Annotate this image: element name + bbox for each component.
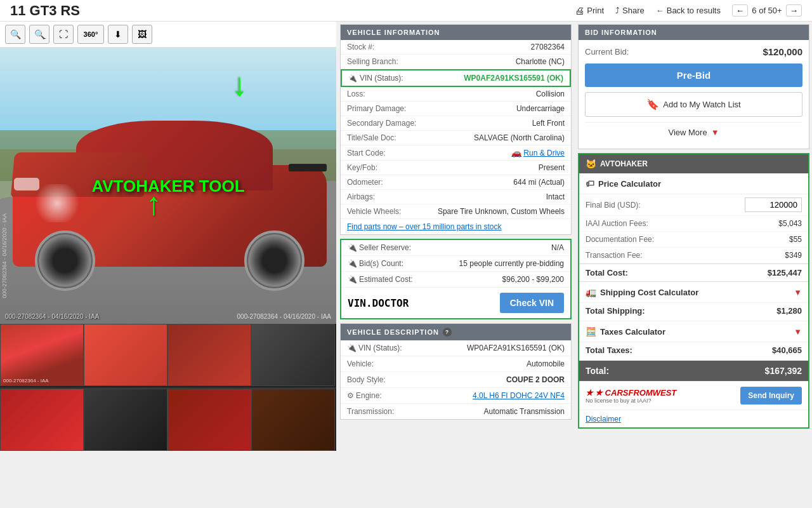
loss-value: Collision (536, 90, 565, 98)
vin-label: 🔌 VIN (Status): (348, 74, 403, 83)
desc-transmission-row: Transmission: Automatic Transmission (341, 404, 571, 419)
fullscreen-button[interactable]: ⛶ (53, 25, 74, 44)
share-button[interactable]: ⤴ Share (615, 6, 645, 15)
total-cost-row: Total Cost: $125,447 (579, 264, 808, 282)
thumb-1[interactable]: 000-27082364 - IAA (0, 324, 84, 386)
view-more-button[interactable]: View More ▼ (585, 122, 802, 142)
shipping-icon: 🚛 (586, 287, 596, 297)
start-code-row: Start Code: 🚗 Run & Drive (341, 145, 571, 161)
transaction-fee-label: Transaction Fee: (586, 251, 643, 260)
est-cost-value: $96,200 - $99,200 (502, 275, 564, 284)
secondary-damage-row: Secondary Damage: Left Front (341, 116, 571, 131)
vehicle-info-section: VEHICLE INFORMATION Stock #: 27082364 Se… (340, 24, 572, 235)
parts-link[interactable]: Find parts now – over 15 million parts i… (341, 219, 571, 234)
airbags-value: Intact (546, 192, 565, 201)
primary-damage-label: Primary Damage: (347, 104, 406, 113)
disclaimer-link[interactable]: Disclaimer (586, 415, 621, 424)
desc-vehicle-label: Vehicle: (347, 359, 374, 368)
bid-info-section: BID INFORMATION Current Bid: $120,000 Pr… (578, 24, 809, 149)
run-drive-link[interactable]: 🚗 Run & Drive (511, 148, 565, 157)
main-image[interactable]: AVTOHAKER TOOL ↑ ↑ 000-27082364 - 04/16/… (0, 48, 336, 324)
taxes-label: 🧮 Taxes Calculator (586, 326, 665, 337)
desc-vin-value: WP0AF2A91KS165591 (OK) (467, 344, 565, 352)
next-page-button[interactable]: → (786, 4, 802, 17)
iaai-fee-value: $5,043 (778, 219, 802, 228)
left-panel: 🔍 −🔍 ⛶ 360° ⬇ 🖼 (0, 22, 336, 508)
gallery-button[interactable]: 🖼 (132, 25, 152, 44)
right-panel: BID INFORMATION Current Bid: $120,000 Pr… (574, 22, 812, 508)
total-taxes-label: Total Taxes: (586, 345, 632, 355)
check-vin-button[interactable]: Check VIN (500, 293, 564, 313)
thumbnail-strip-2 (0, 387, 336, 451)
grand-total-label: Total: (586, 366, 609, 376)
prev-page-button[interactable]: ← (732, 4, 748, 17)
doc-fee-row: Documentation Fee: $55 (579, 232, 808, 248)
page-title: 11 GT3 RS (10, 3, 80, 19)
print-button[interactable]: 🖨 Print (575, 5, 604, 16)
share-icon: ⤴ (615, 6, 620, 15)
zoom-in-button[interactable]: 🔍 (5, 25, 25, 44)
back-arrow-icon: ← (656, 6, 664, 15)
loss-label: Loss: (347, 90, 365, 98)
total-cost-value: $125,447 (768, 268, 802, 277)
help-icon[interactable]: ? (443, 328, 452, 337)
stock-row: Stock #: 27082364 (341, 40, 571, 55)
download-button[interactable]: ⬇ (108, 25, 128, 44)
thumb-7[interactable] (167, 389, 251, 451)
stock-value: 27082364 (531, 43, 565, 51)
doc-fee-label: Documentation Fee: (586, 235, 654, 244)
title-value: SALVAGE (North Carolina) (474, 133, 565, 142)
zoom-out-button[interactable]: −🔍 (29, 25, 49, 44)
desc-vin-row: 🔌 VIN (Status): WP0AF2A91KS165591 (OK) (341, 340, 571, 356)
est-cost-row: 🔌 Estimated Cost: $96,200 - $99,200 (341, 272, 570, 288)
wheels-label: Vehicle Wheels: (347, 207, 401, 216)
thumb-3[interactable] (167, 324, 251, 386)
send-inquiry-button[interactable]: Send Inquiry (740, 387, 802, 404)
bookmark-icon: 🔖 (646, 98, 659, 110)
current-bid-row: Current Bid: $120,000 (585, 46, 802, 57)
thumb-5[interactable] (0, 389, 84, 451)
watermark-bottom: 000-27082364 - 04/16/2020 - IAA (237, 313, 331, 320)
secondary-damage-label: Secondary Damage: (347, 119, 416, 128)
grand-total-value: $167,392 (765, 366, 802, 376)
middle-panel: VEHICLE INFORMATION Stock #: 27082364 Se… (336, 22, 574, 508)
total-shipping-row: Total Shipping: $1,280 (579, 303, 808, 321)
final-bid-input[interactable] (745, 197, 802, 212)
avtohaker-section: 🐱 AVTOHAKER 🏷 Price Calculator Final Bid… (578, 153, 809, 429)
vehicle-description-header: VEHICLE DESCRIPTION ? (341, 324, 571, 340)
taxes-calc-row[interactable]: 🧮 Taxes Calculator ▼ (579, 321, 808, 342)
thumb-6[interactable] (84, 389, 167, 451)
primary-damage-value: Undercarriage (516, 104, 565, 113)
desc-engine-link[interactable]: 4.0L H6 FI DOHC 24V NF4 (473, 391, 565, 400)
transaction-fee-row: Transaction Fee: $349 (579, 248, 808, 264)
title-label: Title/Sale Doc: (347, 133, 396, 142)
pre-bid-button[interactable]: Pre-Bid (585, 64, 802, 87)
back-to-results[interactable]: ← Back to results (656, 6, 721, 15)
watchlist-button[interactable]: 🔖 Add to My Watch List (585, 92, 802, 117)
desc-body-row: Body Style: COUPE 2 DOOR (341, 372, 571, 388)
page-navigation: ← 6 of 50+ → (732, 4, 802, 17)
thumbnail-strip: 000-27082364 - IAA (0, 324, 336, 387)
vin-value: WP0AF2A91KS165591 (OK) (464, 74, 563, 83)
desc-transmission-value: Automatic Transmission (484, 407, 565, 416)
desc-vin-label: 🔌 VIN (Status): (347, 344, 402, 352)
thumb-8[interactable] (251, 389, 335, 451)
seller-reserve-label: 🔌 Seller Reserve: (348, 243, 411, 252)
watermark-left: 000-27082364 - 04/16/2020 - IAA (5, 313, 99, 320)
cfw-row: ★ ★ CARSFROMWEST No license to buy at IA… (579, 381, 808, 410)
shipping-calc-row[interactable]: 🚛 Shipping Cost Calculator ▼ (579, 282, 808, 303)
transaction-fee-value: $349 (785, 251, 802, 260)
rotate-360-button[interactable]: 360° (77, 25, 104, 44)
thumb-2[interactable] (84, 324, 167, 386)
airbags-label: Airbags: (347, 192, 375, 201)
desc-engine-label: ⚙ Engine: (347, 391, 382, 400)
key-value: Present (539, 163, 565, 172)
desc-vehicle-value: Automobile (527, 359, 565, 368)
current-bid-value: $120,000 (763, 46, 802, 57)
shipping-label: 🚛 Shipping Cost Calculator (586, 287, 698, 297)
key-label: Key/Fob: (347, 163, 377, 172)
thumb-4[interactable] (251, 324, 335, 386)
odometer-row: Odometer: 644 mi (Actual) (341, 175, 571, 190)
iaai-fee-row: IAAI Auction Fees: $5,043 (579, 216, 808, 232)
vin-doctor-row: VIN.DOCTOR Check VIN (341, 288, 570, 318)
